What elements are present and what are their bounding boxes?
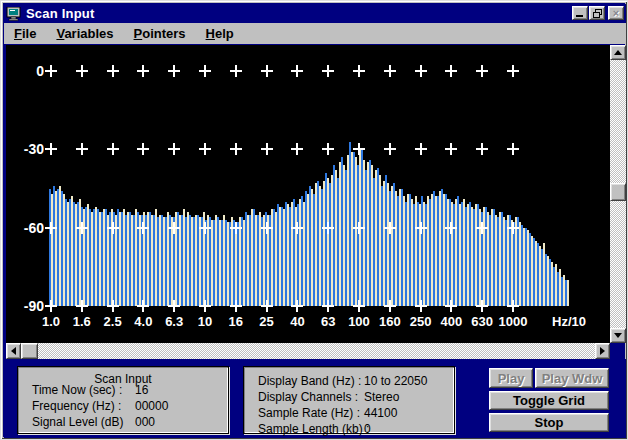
menu-variables[interactable]: Variables: [50, 24, 119, 43]
spectrum-bar-right-channel: [99, 212, 101, 306]
vertical-scrollbar[interactable]: [610, 45, 626, 343]
display-band-value: 10 to 22050: [364, 374, 427, 388]
horizontal-scroll-thumb[interactable]: [21, 343, 38, 359]
grid-plus-mark: [261, 143, 273, 155]
menu-file[interactable]: File: [8, 24, 42, 43]
x-tick-label: 10: [189, 314, 221, 329]
grid-plus-mark: [107, 300, 119, 312]
spectrum-bar-right-channel: [323, 181, 325, 306]
grid-plus-mark: [230, 300, 242, 312]
spectrum-bar-right-channel: [127, 212, 129, 306]
spectrum-bar-right-channel: [131, 215, 133, 306]
arrow-up-icon: [614, 50, 622, 55]
window-title: Scan Input: [26, 6, 94, 21]
grid-plus-mark: [76, 65, 88, 77]
time-now-label: Time Now (sec) :: [32, 383, 122, 397]
spectrum-bar-right-channel: [407, 194, 409, 306]
close-button[interactable]: ×: [608, 6, 624, 20]
title-bar[interactable]: Scan Input ×: [4, 4, 626, 23]
grid-plus-mark: [445, 65, 457, 77]
menu-pointers[interactable]: Pointers: [128, 24, 192, 43]
signal-level-label: Signal Level (dB): [32, 415, 123, 429]
spectrum-bar-right-channel: [195, 215, 197, 306]
menu-help[interactable]: Help: [200, 24, 240, 43]
grid-plus-mark: [322, 65, 334, 77]
spectrum-bar-right-channel: [367, 162, 369, 306]
sample-rate-value: 44100: [364, 406, 397, 420]
spectrum-bar-right-channel: [439, 191, 441, 306]
grid-plus-mark: [291, 65, 303, 77]
spectrum-bar-right-channel: [123, 209, 125, 306]
play-window-button[interactable]: Play Wdw: [535, 368, 609, 388]
spectrum-bar-right-channel: [155, 209, 157, 306]
x-tick-label: 630: [466, 314, 498, 329]
spectrum-bar-right-channel: [159, 215, 161, 306]
spectrum-bar-right-channel: [447, 199, 449, 306]
grid-plus-mark: [45, 300, 57, 312]
spectrum-bar-right-channel: [399, 189, 401, 307]
frequency-row: Frequency (Hz) : 00000: [18, 399, 228, 415]
grid-plus-mark: [76, 222, 88, 234]
spectrum-bar-right-channel: [411, 199, 413, 306]
stop-button[interactable]: Stop: [489, 413, 609, 432]
spectrum-bar-right-channel: [327, 178, 329, 306]
vertical-scroll-thumb[interactable]: [610, 183, 626, 201]
x-tick-label: 1.6: [66, 314, 98, 329]
horizontal-scrollbar[interactable]: [6, 343, 610, 359]
spectrum-bar-right-channel: [255, 215, 257, 306]
spectrum-bar-right-channel: [523, 228, 525, 306]
spectrum-bar-right-channel: [503, 217, 505, 306]
grid-plus-mark: [230, 65, 242, 77]
scroll-down-button[interactable]: [610, 328, 626, 343]
spectrum-bar-right-channel: [459, 204, 461, 306]
sample-length-label: Sample Length (kb) :: [258, 422, 369, 436]
grid-plus-mark: [507, 300, 519, 312]
spectrum-bar-right-channel: [531, 236, 533, 307]
spectrum-bar-right-channel: [247, 215, 249, 306]
grid-plus-mark: [137, 222, 149, 234]
x-tick-label: 100: [343, 314, 375, 329]
scroll-up-button[interactable]: [610, 45, 626, 60]
spectrum-bar-right-channel: [423, 202, 425, 306]
spectrum-bar-right-channel: [495, 215, 497, 306]
x-tick-label: 250: [405, 314, 437, 329]
scroll-right-button[interactable]: [595, 343, 610, 359]
spectrum-bar-right-channel: [543, 243, 545, 306]
scroll-left-button[interactable]: [6, 343, 21, 359]
x-tick-label: 160: [374, 314, 406, 329]
toggle-grid-button[interactable]: Toggle Grid: [489, 391, 609, 410]
display-channels-label: Display Channels :: [258, 390, 358, 404]
spectrum-bar-right-channel: [119, 212, 121, 306]
time-now-row: Time Now (sec) : 16: [18, 383, 228, 399]
frequency-value: 00000: [135, 399, 168, 413]
play-button[interactable]: Play: [489, 368, 533, 388]
x-tick-label: 16: [220, 314, 252, 329]
minimize-button[interactable]: [572, 6, 588, 20]
spectrum-bar-right-channel: [539, 246, 541, 306]
spectrum-bar-right-channel: [299, 199, 301, 306]
spectrum-bar-right-channel: [387, 183, 389, 306]
spectrum-bar-right-channel: [311, 189, 313, 307]
spectrum-bar-right-channel: [219, 220, 221, 306]
grid-plus-mark: [168, 143, 180, 155]
grid-plus-mark: [384, 300, 396, 312]
grid-plus-mark: [137, 300, 149, 312]
app-icon[interactable]: [6, 7, 22, 21]
display-band-label: Display Band (Hz) :: [258, 374, 361, 388]
grid-plus-mark: [261, 300, 273, 312]
spectrum-bar-right-channel: [235, 222, 237, 306]
spectrum-bar-right-channel: [415, 196, 417, 306]
frequency-label: Frequency (Hz) :: [32, 399, 121, 413]
grid-plus-mark: [291, 300, 303, 312]
spectrum-bar-right-channel: [443, 194, 445, 306]
arrow-down-icon: [614, 333, 622, 338]
display-channels-row: Display Channels : Stereo: [244, 390, 454, 406]
grid-plus-mark: [353, 222, 365, 234]
grid-plus-mark: [107, 143, 119, 155]
spectrum-bar-right-channel: [215, 215, 217, 306]
restore-button[interactable]: [589, 6, 605, 20]
spectrum-bar-right-channel: [227, 222, 229, 306]
spectrum-bar-right-channel: [383, 181, 385, 306]
spectrum-bar-right-channel: [87, 204, 89, 306]
grid-plus-mark: [230, 143, 242, 155]
